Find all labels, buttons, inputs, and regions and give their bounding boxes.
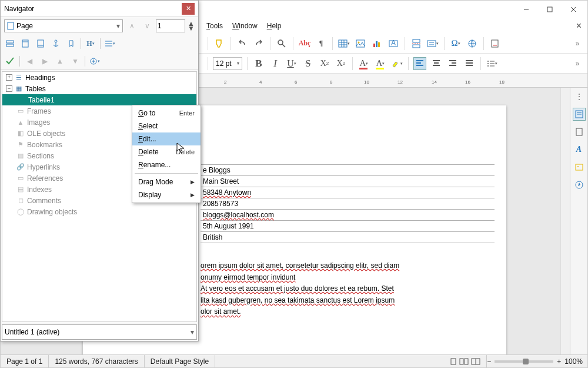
checkmark-icon[interactable] (4, 55, 16, 67)
insert-textbox-icon[interactable]: A (387, 37, 400, 50)
close-button[interactable] (562, 1, 585, 18)
zoom-slider[interactable] (495, 360, 553, 363)
strikethrough-icon[interactable]: S (302, 57, 315, 70)
svg-rect-13 (373, 44, 375, 47)
special-char-icon[interactable]: Ω▾ (449, 37, 462, 50)
tree-table-item-tabelle1[interactable]: Tabelle1 (2, 94, 196, 105)
svg-rect-19 (413, 45, 420, 48)
list-box-icon[interactable]: ▾ (104, 38, 116, 49)
menu-help[interactable]: Help (267, 22, 282, 30)
insert-field-icon[interactable]: ▾ (426, 37, 439, 50)
navigator-titlebar[interactable]: Navigator ✕ (1, 1, 198, 17)
char-highlight-icon[interactable]: A▾ (374, 57, 387, 70)
undo-icon[interactable] (236, 37, 249, 50)
reminder-icon[interactable] (65, 38, 77, 49)
nav-next-icon[interactable]: ∨ (141, 19, 153, 32)
toolbar2-overflow-icon[interactable]: » (571, 57, 584, 70)
context-display[interactable]: Display▶ (132, 188, 201, 201)
italic-icon[interactable]: I (269, 57, 282, 70)
svg-rect-18 (413, 39, 420, 42)
zoom-percent[interactable]: 100% (564, 357, 583, 366)
tree-headings[interactable]: +☰Headings (2, 72, 196, 83)
align-center-icon[interactable] (430, 57, 443, 70)
table-row[interactable]: bloggs@localhost.com (201, 210, 495, 221)
zoom-in-icon[interactable]: + (557, 357, 561, 366)
page-deck-icon[interactable] (573, 125, 586, 138)
drag-mode-icon[interactable]: ▾ (89, 55, 101, 67)
svg-point-45 (487, 65, 489, 67)
context-rename[interactable]: Rename... (132, 158, 201, 171)
minimize-button[interactable] (514, 1, 538, 18)
gallery-deck-icon[interactable] (573, 161, 586, 174)
context-goto[interactable]: Go toEnter (132, 107, 201, 120)
page-break-icon[interactable] (410, 37, 423, 50)
body-paragraph[interactable]: orem ipsum dolor sit amet, consetetur sa… (201, 260, 495, 317)
status-page-style[interactable]: Default Page Style (145, 355, 215, 367)
align-left-icon[interactable] (413, 57, 426, 70)
styles-deck-icon[interactable]: A (573, 143, 586, 156)
book-view-icon[interactable] (471, 358, 480, 365)
align-right-icon[interactable] (446, 57, 459, 70)
svg-rect-59 (8, 22, 14, 29)
navigator-document-combo[interactable]: Untitled 1 (active)▾ (2, 324, 197, 340)
navigate-by-combo[interactable]: Page ▾ (4, 19, 123, 32)
find-icon[interactable] (275, 37, 288, 50)
bold-icon[interactable]: B (252, 57, 265, 70)
menu-tools[interactable]: Tools (206, 22, 223, 30)
multi-page-icon[interactable] (459, 358, 469, 365)
close-document-icon[interactable]: × (576, 21, 582, 31)
zoom-control[interactable]: − + 100% (487, 357, 587, 366)
svg-point-4 (278, 40, 283, 45)
zoom-out-icon[interactable]: − (487, 357, 491, 366)
heading-level-icon[interactable]: H▾ (85, 38, 96, 49)
insert-table-icon[interactable]: ▾ (338, 37, 350, 50)
formatting-marks-icon[interactable]: ¶ (315, 37, 328, 50)
maximize-button[interactable] (538, 1, 562, 18)
toolbar-overflow-icon[interactable]: » (571, 37, 584, 50)
page-number-input[interactable] (156, 19, 185, 32)
align-justify-icon[interactable] (463, 57, 476, 70)
insert-image-icon[interactable] (354, 37, 367, 50)
redo-icon[interactable] (252, 37, 265, 50)
table-row[interactable]: e Bloggs (201, 165, 495, 176)
table-row[interactable]: 58348 Anytown (201, 187, 495, 198)
status-page[interactable]: Page 1 of 1 (1, 355, 49, 367)
anchor-icon[interactable] (50, 38, 62, 49)
font-color-icon[interactable]: A▾ (358, 57, 370, 70)
highlighter-icon[interactable]: ▾ (390, 57, 403, 70)
superscript-icon[interactable]: X2 (318, 57, 331, 70)
status-view-icons[interactable] (444, 355, 487, 367)
single-page-icon[interactable] (450, 358, 457, 365)
footer-icon[interactable] (35, 38, 46, 49)
paint-format-icon[interactable] (213, 37, 226, 50)
content-view-icon[interactable] (4, 38, 16, 49)
context-select[interactable]: Select (132, 120, 201, 132)
bullet-list-icon[interactable]: ▾ (486, 57, 499, 70)
subscript-icon[interactable]: X2 (335, 57, 348, 70)
insert-chart-icon[interactable] (370, 37, 383, 50)
nav-prev-icon[interactable]: ∧ (125, 19, 138, 32)
status-word-count[interactable]: 125 words, 767 characters (49, 355, 144, 367)
spellcheck-icon[interactable]: Abç (298, 37, 311, 50)
table-row[interactable]: 5th August 1991 (201, 221, 495, 232)
navigator-deck-icon[interactable] (573, 178, 586, 191)
sidebar-menu-icon[interactable]: ⋮ (573, 90, 586, 103)
context-delete[interactable]: DeleteDelete (132, 145, 201, 158)
table-tabelle1[interactable]: e Bloggs Main Street 58348 Anytown 20857… (201, 164, 495, 243)
context-edit[interactable]: Edit... (132, 132, 201, 145)
tree-drawing-objects[interactable]: ◯Drawing objects (2, 206, 196, 217)
context-drag-mode[interactable]: Drag Mode▶ (132, 175, 201, 188)
tree-tables[interactable]: −▦Tables (2, 83, 196, 94)
table-row[interactable]: British (201, 232, 495, 243)
vertical-scrollbar[interactable] (560, 88, 570, 354)
hyperlink-icon[interactable] (466, 37, 479, 50)
header-icon[interactable] (19, 38, 31, 49)
table-row[interactable]: 208578573 (201, 198, 495, 210)
properties-deck-icon[interactable] (573, 108, 586, 121)
font-size-combo[interactable]: 12 pt▾ (213, 57, 242, 70)
menu-window[interactable]: Window (232, 22, 258, 30)
navigator-close-button[interactable]: ✕ (182, 3, 195, 15)
footnote-icon[interactable] (489, 37, 502, 50)
underline-icon[interactable]: U▾ (285, 57, 298, 70)
table-row[interactable]: Main Street (201, 176, 495, 187)
